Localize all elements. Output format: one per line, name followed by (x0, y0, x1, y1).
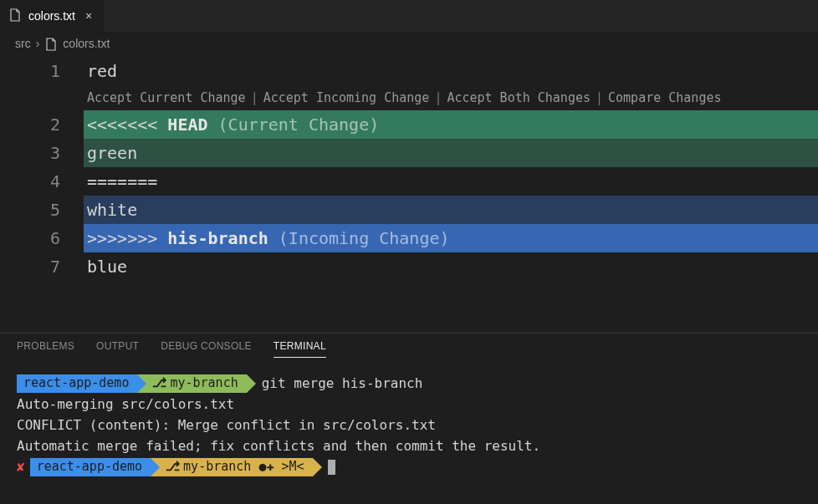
terminal-prompt-line: ✘ react-app-demo ⎇my-branch ●✚ >M< (17, 456, 801, 477)
terminal-output: CONFLICT (content): Merge conflict in sr… (17, 415, 801, 435)
code-content[interactable]: red Accept Current Change | Accept Incom… (84, 55, 818, 333)
line-number: 1 (0, 57, 60, 85)
line-number: 3 (0, 139, 60, 167)
terminal-command: git merge his-branch (262, 373, 423, 394)
breadcrumb: src › colors.txt (0, 32, 818, 55)
tab-debug-console[interactable]: DEBUG CONSOLE (161, 340, 252, 358)
git-branch-icon: ⎇ (166, 456, 180, 477)
accept-incoming-change[interactable]: Accept Incoming Change (263, 84, 430, 112)
line-number: 6 (0, 224, 60, 252)
terminal-prompt-line: react-app-demo ⎇my-branch git merge his-… (17, 373, 801, 394)
chevron-right-icon: › (36, 37, 40, 50)
line-number: 5 (0, 196, 60, 224)
code-line[interactable]: blue (84, 252, 818, 281)
line-number: 4 (0, 167, 60, 196)
accept-current-change[interactable]: Accept Current Change (87, 84, 246, 112)
terminal[interactable]: react-app-demo ⎇my-branch git merge his-… (0, 358, 818, 504)
git-branch-icon: ⎇ (152, 373, 166, 394)
close-icon[interactable]: × (82, 9, 95, 23)
tab-title: colors.txt (28, 9, 75, 23)
tab-output[interactable]: OUTPUT (96, 340, 139, 358)
code-line[interactable]: green (84, 139, 818, 167)
line-numbers-gutter: 1 2 3 4 5 6 7 (0, 55, 84, 333)
tab-problems[interactable]: PROBLEMS (17, 340, 74, 358)
file-icon (44, 36, 58, 50)
breadcrumb-folder[interactable]: src (15, 37, 31, 50)
file-icon (8, 8, 22, 24)
bottom-panel: PROBLEMS OUTPUT DEBUG CONSOLE TERMINAL r… (0, 333, 818, 504)
line-number: 7 (0, 252, 60, 281)
breadcrumb-file[interactable]: colors.txt (63, 37, 110, 50)
prompt-branch-segment: ⎇my-branch (137, 374, 246, 393)
accept-both-changes[interactable]: Accept Both Changes (447, 84, 590, 112)
compare-changes[interactable]: Compare Changes (608, 84, 721, 112)
code-line[interactable]: red (84, 57, 818, 85)
terminal-output: Auto-merging src/colors.txt (17, 394, 801, 415)
error-x-icon: ✘ (17, 456, 25, 477)
editor-tabs-bar: colors.txt × (0, 0, 818, 32)
terminal-output: Automatic merge failed; fix conflicts an… (17, 435, 801, 456)
prompt-dir-segment: react-app-demo (17, 374, 137, 393)
terminal-cursor[interactable] (328, 460, 335, 475)
merge-codelens: Accept Current Change | Accept Incoming … (84, 85, 818, 110)
editor-tab-colors[interactable]: colors.txt × (0, 0, 105, 32)
prompt-dir-segment: react-app-demo (30, 458, 151, 476)
line-number: 2 (0, 110, 60, 139)
tab-terminal[interactable]: TERMINAL (274, 340, 326, 358)
conflict-incoming-marker[interactable]: >>>>>>> his-branch (Incoming Change) (84, 224, 818, 252)
conflict-separator[interactable]: ======= (84, 167, 818, 196)
code-line[interactable]: white (84, 196, 818, 224)
panel-tabs: PROBLEMS OUTPUT DEBUG CONSOLE TERMINAL (0, 333, 818, 358)
code-editor[interactable]: 1 2 3 4 5 6 7 red Accept Current Change … (0, 55, 818, 333)
prompt-branch-segment: ⎇my-branch ●✚ >M< (151, 458, 313, 476)
conflict-current-marker[interactable]: <<<<<<< HEAD (Current Change) (84, 110, 818, 139)
